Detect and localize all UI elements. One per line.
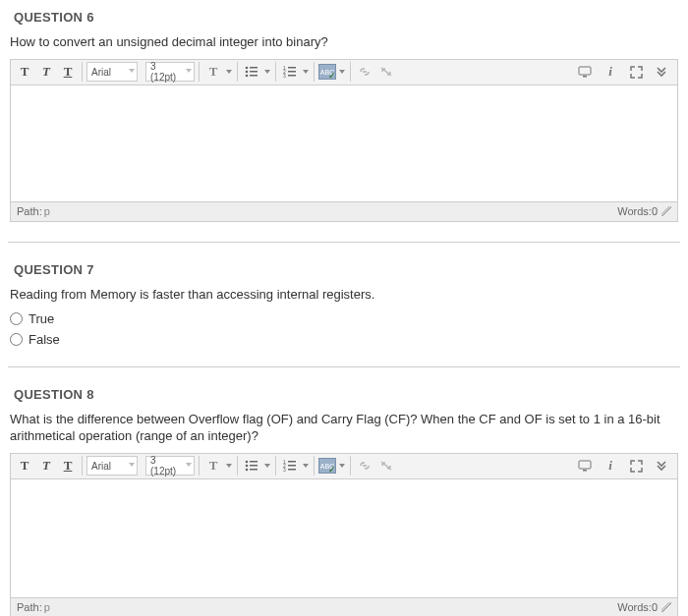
link-button[interactable]	[355, 62, 374, 82]
editor-statusbar: Path: p Words:0	[11, 201, 677, 221]
spellcheck-dropdown[interactable]	[338, 464, 346, 468]
resize-grip[interactable]	[661, 602, 671, 612]
radio-false[interactable]	[10, 333, 23, 346]
separator	[314, 456, 315, 476]
question-8-text: What is the difference between Overflow …	[10, 412, 680, 445]
separator	[314, 62, 315, 82]
editor-toolbar: T T T Arial 3 (12pt) T 123 ABC	[11, 60, 677, 85]
svg-rect-1	[250, 67, 258, 69]
expand-button[interactable]	[626, 62, 646, 82]
svg-text:3: 3	[283, 73, 286, 78]
separator	[237, 62, 238, 82]
path-value: p	[44, 205, 50, 217]
font-size-select[interactable]: 3 (12pt)	[145, 456, 195, 476]
unlink-button[interactable]	[376, 456, 396, 476]
numbered-list-icon: 123	[283, 460, 297, 472]
question-7-text: Reading from Memory is faster than acces…	[10, 287, 680, 304]
underline-button[interactable]: T	[58, 62, 78, 82]
font-size-select[interactable]: 3 (12pt)	[145, 62, 195, 82]
link-icon	[358, 460, 372, 472]
svg-point-14	[246, 461, 249, 464]
svg-rect-23	[288, 465, 296, 467]
svg-point-0	[246, 67, 249, 70]
svg-rect-25	[288, 469, 296, 471]
question-8-title: QUESTION 8	[14, 387, 680, 402]
question-8: QUESTION 8 What is the difference betwee…	[0, 367, 688, 616]
numbered-list-dropdown[interactable]	[302, 70, 310, 74]
svg-rect-17	[250, 465, 258, 467]
svg-rect-13	[583, 76, 587, 78]
expand-button[interactable]	[626, 456, 646, 476]
svg-rect-9	[288, 71, 296, 73]
editor-statusbar: Path: p Words:0	[11, 597, 677, 616]
svg-rect-21	[288, 461, 296, 463]
numbered-list-dropdown[interactable]	[302, 464, 310, 468]
words-label: Words:	[617, 205, 652, 217]
link-button[interactable]	[355, 456, 374, 476]
monitor-icon	[578, 66, 592, 78]
svg-rect-11	[288, 75, 296, 77]
expand-icon	[630, 66, 643, 79]
italic-button[interactable]: T	[36, 62, 56, 82]
text-color-button[interactable]: T	[203, 62, 223, 82]
radio-true[interactable]	[10, 312, 23, 325]
bold-button[interactable]: T	[15, 62, 34, 82]
separator	[275, 62, 276, 82]
editor-textarea[interactable]	[11, 85, 677, 201]
font-family-select[interactable]: Arial	[86, 456, 138, 476]
svg-rect-5	[250, 75, 258, 77]
font-size-value: 3 (12pt)	[150, 455, 180, 476]
svg-rect-15	[250, 461, 258, 463]
bold-button[interactable]: T	[15, 456, 34, 476]
option-false-label: False	[29, 332, 60, 347]
question-6-title: QUESTION 6	[14, 10, 680, 25]
svg-rect-7	[288, 67, 296, 69]
font-family-value: Arial	[91, 461, 111, 472]
italic-button[interactable]: T	[36, 456, 56, 476]
svg-rect-26	[579, 461, 591, 469]
editor-textarea[interactable]	[11, 479, 677, 597]
underline-button[interactable]: T	[58, 456, 78, 476]
expand-icon	[630, 460, 643, 473]
bullet-list-dropdown[interactable]	[263, 70, 271, 74]
bullet-list-button[interactable]	[242, 62, 261, 82]
question-6: QUESTION 6 How to convert an unsigned de…	[0, 0, 688, 222]
unlink-icon	[379, 460, 393, 472]
svg-point-18	[246, 469, 249, 472]
separator	[199, 62, 200, 82]
svg-text:3: 3	[283, 467, 286, 472]
numbered-list-button[interactable]: 123	[280, 62, 300, 82]
text-color-dropdown[interactable]	[225, 70, 233, 74]
spellcheck-dropdown[interactable]	[338, 70, 346, 74]
svg-point-2	[246, 71, 249, 74]
bullet-list-button[interactable]	[242, 456, 261, 476]
fullscreen-button[interactable]	[575, 62, 595, 82]
fullscreen-button[interactable]	[575, 456, 595, 476]
rich-text-editor: T T T Arial 3 (12pt) T 123 ABC	[10, 59, 678, 222]
unlink-button[interactable]	[376, 62, 396, 82]
separator	[237, 456, 238, 476]
resize-grip[interactable]	[661, 206, 671, 216]
editor-toolbar: T T T Arial 3 (12pt) T 123 ABC	[11, 454, 677, 479]
info-button[interactable]: i	[601, 62, 620, 82]
separator	[82, 456, 83, 476]
separator	[275, 456, 276, 476]
collapse-toolbar-button[interactable]	[652, 456, 671, 476]
monitor-icon	[578, 460, 592, 472]
words-label: Words:	[617, 601, 652, 613]
svg-point-16	[246, 465, 249, 468]
font-size-value: 3 (12pt)	[150, 61, 180, 83]
collapse-toolbar-button[interactable]	[652, 62, 671, 82]
question-7-title: QUESTION 7	[14, 262, 680, 277]
words-value: 0	[652, 601, 658, 613]
text-color-button[interactable]: T	[203, 456, 223, 476]
info-button[interactable]: i	[601, 456, 620, 476]
font-family-select[interactable]: Arial	[86, 62, 138, 82]
spellcheck-button[interactable]: ABC	[318, 458, 336, 474]
path-label: Path:	[17, 205, 42, 217]
separator	[350, 62, 351, 82]
text-color-dropdown[interactable]	[225, 464, 233, 468]
bullet-list-dropdown[interactable]	[263, 464, 271, 468]
spellcheck-button[interactable]: ABC	[318, 64, 336, 80]
numbered-list-button[interactable]: 123	[280, 456, 300, 476]
